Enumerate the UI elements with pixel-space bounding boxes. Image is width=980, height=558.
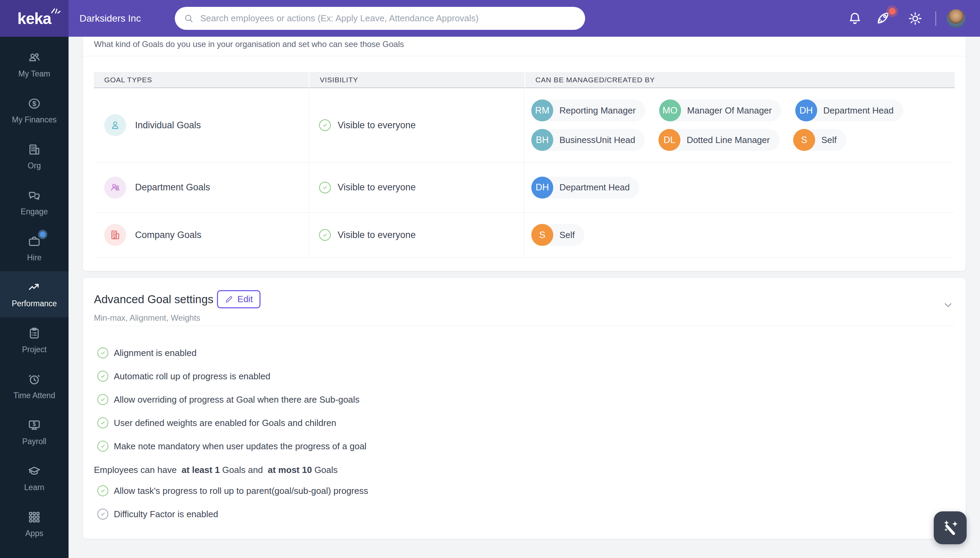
goal-type-icon <box>104 114 126 136</box>
check-icon <box>322 231 328 238</box>
sidebar-item-hire[interactable]: Hire <box>0 225 69 271</box>
check-icon <box>100 419 106 426</box>
visibility-check-icon <box>319 229 331 241</box>
visibility-cell: Visible to everyone <box>309 88 524 162</box>
sidebar-item-apps[interactable]: Apps <box>0 501 69 547</box>
role-badge: DHDepartment Head <box>531 177 639 199</box>
setting-check-icon <box>97 441 108 452</box>
role-avatar: DH <box>795 100 817 121</box>
role-label: BusinessUnit Head <box>560 135 635 145</box>
divider <box>93 326 955 326</box>
advanced-settings-title: Advanced Goal settings <box>94 293 214 306</box>
visibility-check-icon <box>319 119 331 131</box>
visibility-cell: Visible to everyone <box>309 162 524 213</box>
setting-label: Difficulty Factor is enabled <box>114 509 218 520</box>
announcements-rocket-icon[interactable] <box>875 10 891 26</box>
sidebar-item-label: My Team <box>18 69 51 79</box>
role-label: Reporting Manager <box>560 105 636 116</box>
sidebar-item-performance[interactable]: Performance <box>0 271 69 317</box>
goal-type-label: Individual Goals <box>135 120 201 131</box>
role-label: Department Head <box>823 105 893 116</box>
hire-notification-dot <box>40 231 46 237</box>
role-badge: MOManager Of Manager <box>659 100 782 121</box>
sidebar-item-engage[interactable]: Engage <box>0 179 69 225</box>
advanced-settings-subtitle: Min-max, Alignment, Weights <box>94 313 955 323</box>
check-icon <box>100 511 106 517</box>
setting-row: Allow overriding of progress at Goal whe… <box>97 394 952 405</box>
sidebar-item-payroll[interactable]: $Payroll <box>0 409 69 455</box>
sidebar-item-label: My Finances <box>12 115 57 125</box>
sidebar-item-time-attend[interactable]: Time Attend <box>0 363 69 409</box>
goal-type-cell: Individual Goals <box>94 88 309 162</box>
role-avatar: BH <box>531 129 553 151</box>
people-icon <box>27 51 41 65</box>
svg-text:$: $ <box>33 421 36 427</box>
header-managed-by: CAN BE MANAGED/CREATED BY <box>524 72 955 88</box>
keka-logo[interactable]: keka <box>0 0 69 37</box>
role-avatar: MO <box>659 100 681 121</box>
sidebar-item-label: Payroll <box>22 437 46 446</box>
setting-label: User defined weights are enabled for Goa… <box>114 418 336 428</box>
setting-row: User defined weights are enabled for Goa… <box>97 417 952 429</box>
sidebar-item-project[interactable]: Project <box>0 317 69 363</box>
header-visibility: VISIBILITY <box>309 72 524 88</box>
graduation-cap-icon <box>27 464 41 478</box>
logo-spark-icon <box>51 4 61 14</box>
keka-logo-text: keka <box>18 10 51 28</box>
sidebar-item-label: Org <box>28 161 41 171</box>
sidebar-item-learn[interactable]: Learn <box>0 455 69 501</box>
sidebar-item-label: Engage <box>21 207 47 217</box>
user-avatar[interactable] <box>947 9 965 28</box>
role-avatar: S <box>793 129 815 151</box>
sidebar-item-label: Hire <box>27 253 41 263</box>
topbar: keka Darksiders Inc <box>0 0 980 37</box>
svg-text:$: $ <box>32 100 36 107</box>
setting-label: Allow task's progress to roll up to pare… <box>114 486 368 496</box>
goal-type-cell: Department Goals <box>94 162 309 213</box>
magic-wand-icon <box>941 519 959 537</box>
goal-type-icon <box>104 177 126 199</box>
check-icon <box>322 122 328 129</box>
setting-check-icon <box>97 417 108 428</box>
role-label: Dotted Line Manager <box>687 135 770 145</box>
role-label: Department Head <box>560 182 630 193</box>
setting-label: Alignment is enabled <box>114 348 196 358</box>
monitor-dollar-icon: $ <box>27 418 41 432</box>
setting-row: Make note mandatory when user updates th… <box>97 440 952 452</box>
sidebar-item-label: Time Attend <box>13 391 55 400</box>
role-avatar: DH <box>531 177 553 199</box>
people-pair-icon <box>109 181 121 194</box>
building-icon <box>27 142 41 157</box>
dollar-circle-icon: $ <box>27 96 41 111</box>
visibility-cell: Visible to everyone <box>309 213 524 258</box>
sidebar-item-my-finances[interactable]: $My Finances <box>0 87 69 133</box>
check-icon <box>100 487 106 494</box>
visibility-check-icon <box>319 182 331 194</box>
role-label: Self <box>560 230 575 240</box>
magic-wand-button[interactable] <box>934 511 967 544</box>
edit-button[interactable]: Edit <box>217 290 261 309</box>
sidebar-item-my-team[interactable]: My Team <box>0 41 69 87</box>
visibility-label: Visible to everyone <box>338 230 416 240</box>
global-search[interactable] <box>175 7 585 30</box>
goal-types-table: GOAL TYPES VISIBILITY CAN BE MANAGED/CRE… <box>94 72 955 258</box>
person-icon <box>109 119 121 131</box>
settings-gear-icon[interactable] <box>907 11 923 26</box>
setting-label: Allow overriding of progress at Goal whe… <box>114 394 360 405</box>
check-icon <box>322 184 328 191</box>
goals-intro-text: What kind of Goals do you use in your or… <box>94 38 955 51</box>
collapse-chevron-icon[interactable] <box>942 299 954 311</box>
role-label: Self <box>821 135 837 145</box>
goal-type-icon <box>104 224 126 246</box>
settings-list: Alignment is enabledAutomatic roll up of… <box>97 347 952 532</box>
global-search-input[interactable] <box>200 13 582 24</box>
sidebar-item-label: Learn <box>25 483 44 492</box>
setting-row: Allow task's progress to roll up to pare… <box>97 485 952 497</box>
role-avatar: S <box>531 224 553 246</box>
setting-check-icon <box>97 394 108 405</box>
advanced-goal-settings-card: Advanced Goal settings Edit Min-max, Ali… <box>83 278 965 539</box>
role-avatar: RM <box>531 100 553 121</box>
sidebar-item-org[interactable]: Org <box>0 133 69 179</box>
setting-check-icon <box>97 371 108 382</box>
notifications-bell-icon[interactable] <box>847 11 863 26</box>
